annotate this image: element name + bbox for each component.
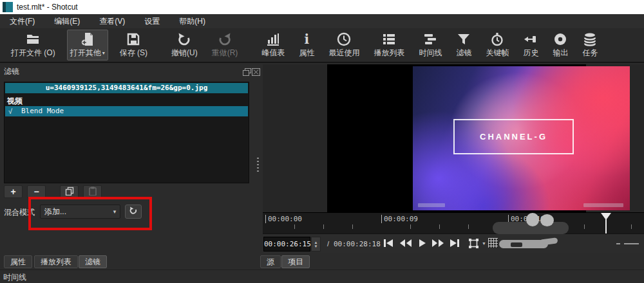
- blend-mode-dropdown[interactable]: 添加... ▾: [40, 205, 120, 219]
- panel-splitter-handle[interactable]: [257, 158, 259, 173]
- timeline-panel-header: 时间线: [0, 269, 644, 283]
- save-button[interactable]: 保存 (S): [117, 30, 150, 60]
- jobs-button[interactable]: 任务: [580, 30, 600, 60]
- timeline-panel-title: 时间线: [3, 272, 26, 283]
- remove-filter-button[interactable]: −: [27, 185, 46, 198]
- duration-timecode: 00:00:28:18: [334, 237, 381, 251]
- blend-mode-label: 混合模式: [4, 207, 35, 218]
- chevron-down-icon: ▾: [102, 50, 105, 56]
- ruler-label: 00:00:00: [265, 215, 302, 223]
- player-panel: CHANNEL-G: [263, 64, 644, 212]
- menu-file[interactable]: 文件(F): [0, 14, 44, 28]
- keyframes-stopwatch-icon: [489, 32, 505, 47]
- properties-button[interactable]: i 属性: [296, 30, 317, 60]
- tab-source[interactable]: 源: [260, 255, 281, 268]
- player-seek-ruler[interactable]: 00:00:00 00:00:09 00:00:19: [263, 212, 644, 233]
- peak-meter-button[interactable]: 峰值表: [259, 30, 287, 60]
- loop-selection-button[interactable]: [469, 239, 478, 251]
- filter-row-blend-mode[interactable]: √ Blend Mode: [5, 106, 248, 116]
- add-filter-button[interactable]: +: [4, 185, 23, 198]
- transport-bar: 00:00:26:15 ▲ ▼ / 00:00:28:18 ▼: [263, 233, 644, 253]
- reset-icon: [129, 206, 138, 217]
- play-button[interactable]: [419, 239, 426, 250]
- rewind-button[interactable]: [399, 239, 412, 250]
- filters-panel: 滤镜 u=3460939125,3149483641&fm=26&gp=0.jp…: [0, 64, 263, 255]
- video-watermark: [418, 203, 445, 207]
- jobs-stack-icon: [582, 32, 598, 47]
- redo-icon: [216, 32, 233, 47]
- clip-name-header: u=3460939125,3149483641&fm=26&gp=0.jpg: [5, 83, 248, 93]
- float-panel-icon[interactable]: [243, 67, 251, 78]
- menu-view[interactable]: 查看(V): [90, 14, 135, 28]
- zoom-control[interactable]: [624, 243, 639, 244]
- keyframes-button[interactable]: 关键帧: [483, 30, 511, 60]
- cursor-artifact: [511, 242, 522, 247]
- grid-toggle-icon[interactable]: [488, 238, 498, 248]
- export-button[interactable]: 输出: [550, 30, 571, 60]
- filters-button[interactable]: 滤镜: [453, 30, 474, 60]
- filter-name: Blend Mode: [21, 106, 64, 116]
- menubar: 文件(F) 编辑(E) 查看(V) 设置 帮助(H): [0, 14, 644, 28]
- recent-clock-icon: [336, 32, 352, 47]
- fast-forward-button[interactable]: [431, 239, 444, 250]
- timecode-spinner[interactable]: ▲ ▼: [311, 237, 321, 251]
- close-panel-icon[interactable]: [252, 67, 260, 78]
- blend-mode-value: 添加...: [41, 206, 109, 217]
- video-watermark: [583, 203, 623, 207]
- timeline-icon: [422, 32, 438, 47]
- chevron-down-icon: ▾: [109, 208, 120, 215]
- playlist-button[interactable]: 播放列表: [371, 30, 407, 60]
- filter-section-label: 视频: [7, 96, 23, 107]
- open-file-icon: [24, 32, 41, 47]
- main-toolbar: 打开文件 (O) 打开其他 ▾ 保存 (S) 撤销(U) 重做(R) 峰值表 i: [0, 28, 644, 63]
- tab-project[interactable]: 项目: [281, 255, 310, 268]
- app-icon: [3, 2, 13, 12]
- copy-icon: [65, 187, 74, 197]
- undo-icon: [176, 32, 193, 47]
- filter-list: u=3460939125,3149483641&fm=26&gp=0.jpg 视…: [4, 82, 249, 183]
- properties-icon: i: [305, 32, 310, 47]
- cursor-artifact: [540, 237, 558, 246]
- skip-to-start-button[interactable]: [383, 239, 393, 250]
- shotcut-window: test.mlt* - Shotcut 文件(F) 编辑(E) 查看(V) 设置…: [0, 0, 644, 283]
- cursor-artifact: [526, 213, 539, 226]
- history-icon: [523, 32, 538, 47]
- open-other-icon: [80, 32, 95, 47]
- menu-edit[interactable]: 编辑(E): [44, 14, 90, 28]
- history-button[interactable]: 历史: [520, 30, 541, 60]
- undo-button[interactable]: 撤销(U): [169, 30, 200, 60]
- cursor-artifact: [540, 214, 554, 226]
- peak-meter-icon: [265, 32, 281, 47]
- menu-help[interactable]: 帮助(H): [169, 14, 215, 28]
- tab-properties[interactable]: 属性: [4, 255, 32, 268]
- paste-icon: [89, 187, 97, 197]
- blend-mode-reset-button[interactable]: [125, 205, 142, 219]
- filter-actions: + −: [4, 185, 102, 198]
- timecode-separator: /: [327, 237, 329, 251]
- open-other-button[interactable]: 打开其他 ▾: [67, 30, 108, 60]
- redo-button[interactable]: 重做(R): [209, 30, 241, 60]
- tab-playlist[interactable]: 播放列表: [34, 255, 78, 268]
- tab-filters[interactable]: 滤镜: [79, 255, 107, 268]
- skip-to-end-button[interactable]: [450, 239, 460, 250]
- filters-funnel-icon: [456, 32, 471, 47]
- open-file-button[interactable]: 打开文件 (O): [8, 30, 58, 60]
- filter-checkbox[interactable]: √: [8, 106, 12, 116]
- video-preview: CHANNEL-G: [413, 66, 630, 210]
- paste-filters-button[interactable]: [83, 185, 102, 198]
- position-timecode-input[interactable]: 00:00:26:15: [263, 237, 310, 251]
- save-icon: [125, 32, 142, 47]
- spinner-down-icon[interactable]: ▼: [314, 244, 318, 248]
- titlebar: test.mlt* - Shotcut: [0, 0, 644, 14]
- menu-settings[interactable]: 设置: [135, 14, 169, 28]
- zoom-control[interactable]: [616, 243, 620, 244]
- playlist-icon: [381, 32, 397, 47]
- copy-filters-button[interactable]: [60, 185, 79, 198]
- video-overlay-frame: CHANNEL-G: [453, 119, 574, 154]
- timeline-button[interactable]: 时间线: [416, 30, 444, 60]
- recent-button[interactable]: 最近使用: [326, 30, 362, 60]
- playhead-stem[interactable]: [605, 219, 607, 233]
- video-letterbox: CHANNEL-G: [327, 64, 586, 212]
- export-record-icon: [553, 32, 568, 47]
- loop-dropdown-icon[interactable]: ▼: [482, 241, 486, 246]
